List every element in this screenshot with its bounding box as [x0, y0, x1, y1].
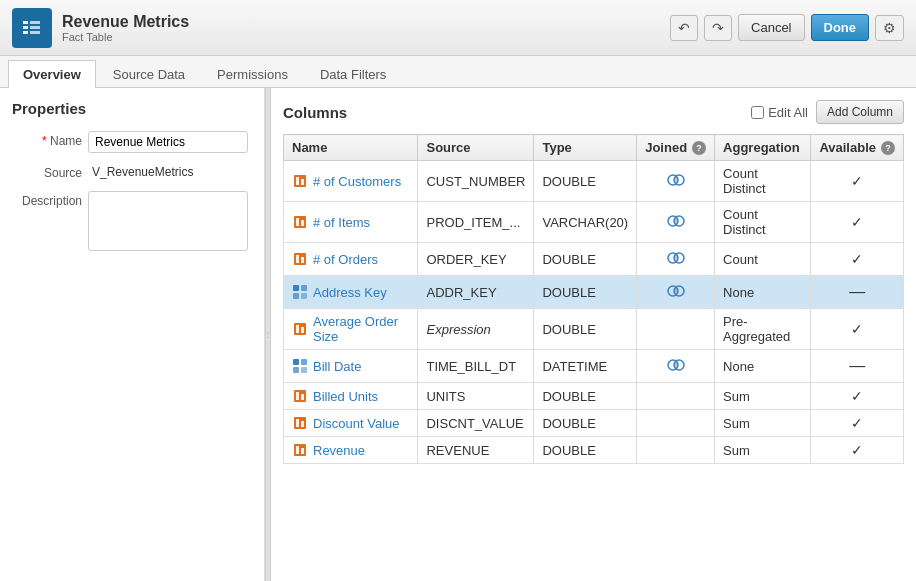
col-header-name: Name [284, 135, 418, 161]
svg-rect-30 [301, 327, 304, 333]
source-field-row: Source V_RevenueMetrics [12, 163, 252, 181]
column-name-link[interactable]: Discount Value [313, 416, 399, 431]
add-column-button[interactable]: Add Column [816, 100, 904, 124]
source-value: PROD_ITEM_... [426, 215, 520, 230]
join-icon [666, 170, 686, 190]
svg-rect-41 [296, 419, 299, 427]
settings-button[interactable]: ⚙ [875, 15, 904, 41]
svg-rect-9 [301, 179, 304, 185]
col-header-aggregation: Aggregation [715, 135, 811, 161]
col-type-cell: VARCHAR(20) [534, 202, 637, 243]
svg-rect-24 [293, 293, 299, 299]
header-titles: Revenue Metrics Fact Table [62, 13, 189, 43]
redo-button[interactable]: ↷ [704, 15, 732, 41]
svg-rect-1 [23, 21, 28, 24]
tab-source-data[interactable]: Source Data [98, 60, 200, 88]
col-source-cell: UNITS [418, 383, 534, 410]
column-name-link[interactable]: # of Customers [313, 174, 401, 189]
column-name-link[interactable]: Average Order Size [313, 314, 409, 344]
svg-rect-25 [301, 293, 307, 299]
orange-column-icon [292, 173, 308, 189]
svg-rect-33 [293, 367, 299, 373]
source-value: ORDER_KEY [426, 252, 506, 267]
columns-panel: Columns Edit All Add Column Name [271, 88, 916, 581]
svg-rect-44 [296, 446, 299, 454]
page-title: Revenue Metrics [62, 13, 189, 31]
joined-help-icon[interactable]: ? [692, 141, 706, 155]
available-dash: — [849, 357, 865, 374]
svg-rect-7 [294, 175, 306, 187]
available-checkmark: ✓ [851, 173, 863, 189]
col-source-cell: Expression [418, 309, 534, 350]
svg-rect-4 [30, 21, 40, 24]
col-name-cell: Revenue [284, 437, 418, 464]
app-header: Revenue Metrics Fact Table ↶ ↷ Cancel Do… [0, 0, 916, 56]
col-type-cell: DOUBLE [534, 276, 637, 309]
col-available-cell: — [811, 276, 904, 309]
edit-all-checkbox[interactable] [751, 106, 764, 119]
done-button[interactable]: Done [811, 14, 870, 41]
table-row: # of Orders ORDER_KEY DOUBLE Count ✓ [284, 243, 904, 276]
available-checkmark: ✓ [851, 415, 863, 431]
available-dash: — [849, 283, 865, 300]
svg-rect-37 [294, 390, 306, 402]
available-checkmark: ✓ [851, 214, 863, 230]
column-name-link[interactable]: Address Key [313, 285, 387, 300]
col-joined-cell [637, 309, 715, 350]
col-name-cell: # of Orders [284, 243, 418, 276]
col-joined-cell [637, 243, 715, 276]
svg-rect-8 [296, 177, 299, 185]
col-type-cell: DOUBLE [534, 243, 637, 276]
col-joined-cell [637, 383, 715, 410]
orange-column-icon [292, 388, 308, 404]
properties-panel: Properties Name Source V_RevenueMetrics … [0, 88, 265, 581]
col-source-cell: DISCNT_VALUE [418, 410, 534, 437]
col-available-cell: ✓ [811, 383, 904, 410]
edit-all-label[interactable]: Edit All [751, 105, 808, 120]
col-type-cell: DOUBLE [534, 309, 637, 350]
page-subtitle: Fact Table [62, 31, 189, 43]
column-name-link[interactable]: Bill Date [313, 359, 361, 374]
col-available-cell: ✓ [811, 243, 904, 276]
source-value: V_RevenueMetrics [88, 163, 197, 181]
svg-rect-39 [301, 394, 304, 400]
col-aggregation-cell: Sum [715, 410, 811, 437]
col-type-cell: DOUBLE [534, 161, 637, 202]
svg-rect-28 [294, 323, 306, 335]
col-source-cell: PROD_ITEM_... [418, 202, 534, 243]
col-header-source: Source [418, 135, 534, 161]
svg-rect-34 [301, 367, 307, 373]
svg-rect-43 [294, 444, 306, 456]
join-icon [666, 248, 686, 268]
col-available-cell: ✓ [811, 161, 904, 202]
tab-data-filters[interactable]: Data Filters [305, 60, 401, 88]
tab-overview[interactable]: Overview [8, 60, 96, 88]
undo-button[interactable]: ↶ [670, 15, 698, 41]
column-name-link[interactable]: Billed Units [313, 389, 378, 404]
tab-permissions[interactable]: Permissions [202, 60, 303, 88]
svg-rect-42 [301, 421, 304, 427]
col-name-cell: Bill Date [284, 350, 418, 383]
col-type-cell: DOUBLE [534, 437, 637, 464]
name-input[interactable] [88, 131, 248, 153]
col-joined-cell [637, 350, 715, 383]
column-name-link[interactable]: # of Items [313, 215, 370, 230]
col-source-cell: REVENUE [418, 437, 534, 464]
description-input[interactable] [88, 191, 248, 251]
col-name-cell: Discount Value [284, 410, 418, 437]
column-name-link[interactable]: # of Orders [313, 252, 378, 267]
tab-bar: Overview Source Data Permissions Data Fi… [0, 56, 916, 88]
cancel-button[interactable]: Cancel [738, 14, 804, 41]
column-name-link[interactable]: Revenue [313, 443, 365, 458]
table-row: Address Key ADDR_KEY DOUBLE None — [284, 276, 904, 309]
col-header-joined: Joined ? [637, 135, 715, 161]
header-left: Revenue Metrics Fact Table [12, 8, 189, 48]
available-help-icon[interactable]: ? [881, 141, 895, 155]
svg-rect-19 [301, 257, 304, 263]
col-joined-cell [637, 161, 715, 202]
properties-title: Properties [12, 100, 252, 117]
table-row: Discount Value DISCNT_VALUE DOUBLE Sum ✓ [284, 410, 904, 437]
available-checkmark: ✓ [851, 251, 863, 267]
col-name-cell: Billed Units [284, 383, 418, 410]
col-available-cell: ✓ [811, 437, 904, 464]
